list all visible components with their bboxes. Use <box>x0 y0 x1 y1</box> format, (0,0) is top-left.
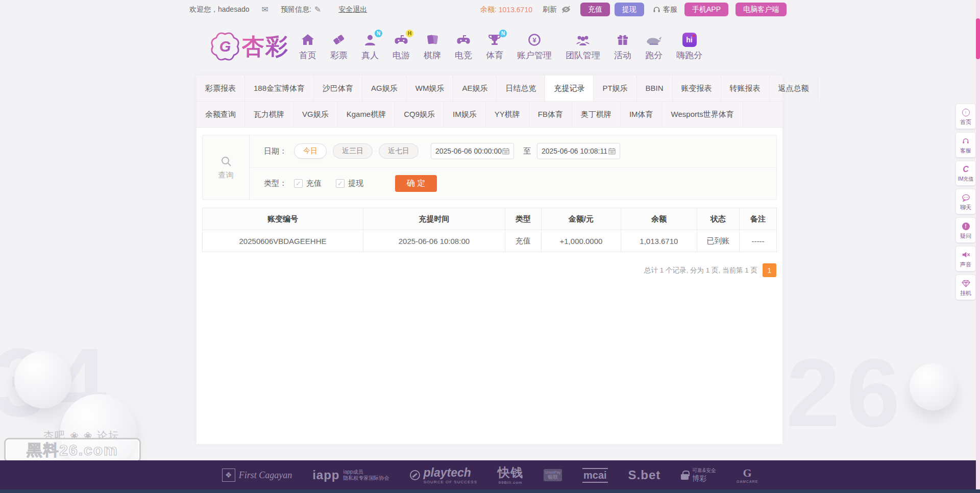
seal-icon: ❖ <box>222 469 235 482</box>
confirm-button[interactable]: 确 定 <box>395 175 437 192</box>
footer-logo-first-cagayan: ❖ First Cagayan <box>222 469 292 482</box>
welcome-text: 欢迎您，hadesado <box>189 5 250 14</box>
tab[interactable]: 沙巴体育 <box>314 76 362 101</box>
tab[interactable]: Wesports世界体育 <box>663 102 743 127</box>
nav-item-sports[interactable]: N 体育 <box>486 32 503 61</box>
to-label: 至 <box>523 146 531 156</box>
quick-today-button[interactable]: 今日 <box>294 143 327 159</box>
withdraw-button[interactable]: 提现 <box>615 3 644 16</box>
nav-item-lottery[interactable]: 彩票 <box>330 32 348 61</box>
pagination-summary: 总计 1 个记录, 分为 1 页, 当前第 1 页 <box>644 266 757 275</box>
nav-item-live[interactable]: N 真人 <box>361 32 379 61</box>
side-item-im-recharge[interactable]: C IM充值 <box>956 161 975 185</box>
refresh-button[interactable]: 刷新 <box>543 5 557 14</box>
tab-row-filler <box>743 102 782 127</box>
im-recharge-icon: C <box>963 165 969 174</box>
search-icon <box>220 155 232 167</box>
header-account-id: 账变编号 <box>203 208 363 230</box>
tab[interactable]: Kgame棋牌 <box>338 102 396 127</box>
tab[interactable]: IM娱乐 <box>444 102 486 127</box>
side-item-chat[interactable]: 聊天 <box>956 189 975 214</box>
tab-active-deposit-withdraw-records[interactable]: 充提记录 <box>545 76 594 101</box>
deposit-checkbox[interactable]: ✓ 充值 <box>294 179 322 188</box>
tab[interactable]: 奥丁棋牌 <box>572 102 621 127</box>
table-row: 20250606VBDAGEEHHE 2025-06-06 10:08:00 充… <box>203 230 777 252</box>
side-item-service[interactable]: 客服 <box>956 133 975 157</box>
deposit-button[interactable]: 充值 <box>580 3 610 16</box>
nav-item-account[interactable]: ¥ 账户管理 <box>517 32 552 61</box>
gem-icon <box>962 279 970 288</box>
tab[interactable]: CQ9娱乐 <box>395 102 444 127</box>
tab[interactable]: 转账报表 <box>721 76 770 101</box>
playtech-swirl-icon <box>410 470 420 480</box>
topbar: 欢迎您，hadesado ✉ 预留信息: ✎ 安全退出 余额: 1013.671… <box>189 0 787 19</box>
nav-item-hipaofen[interactable]: hi 嗨跑分 <box>676 32 702 61</box>
page-button-1[interactable]: 1 <box>763 263 776 277</box>
tab[interactable]: AE娱乐 <box>453 76 497 101</box>
tab[interactable]: 日结总览 <box>497 76 545 101</box>
logo-text: 杏彩 <box>242 32 289 62</box>
nav-item-chess[interactable]: 棋牌 <box>424 32 441 61</box>
cell-type: 充值 <box>505 230 541 252</box>
tab[interactable]: 瓦力棋牌 <box>245 102 293 127</box>
tab[interactable]: 188金宝博体育 <box>245 76 314 101</box>
mobile-app-button[interactable]: 手机APP <box>684 3 728 16</box>
cell-time: 2025-06-06 10:08:00 <box>363 230 505 252</box>
date-to-input[interactable]: 2025-06-06 10:08:11 <box>537 143 620 159</box>
footer-logo-gamcare: G GAMCARE <box>737 467 758 483</box>
headset-icon <box>962 136 970 145</box>
tab[interactable]: WM娱乐 <box>407 76 454 101</box>
gift-icon <box>615 32 631 48</box>
nav-item-egames[interactable]: H 电游 <box>393 32 410 61</box>
tab[interactable]: 余额查询 <box>197 102 245 127</box>
tab[interactable]: VG娱乐 <box>293 102 338 127</box>
question-icon: ! <box>962 223 970 230</box>
side-item-hangup[interactable]: 挂机 <box>956 275 975 300</box>
eye-off-icon[interactable] <box>561 6 571 13</box>
vertical-scrollbar-track[interactable] <box>976 0 980 493</box>
logout-link[interactable]: 安全退出 <box>338 5 367 14</box>
tab[interactable]: 账变报表 <box>673 76 721 101</box>
decor-number-right: 26 <box>786 337 906 448</box>
pc-client-button[interactable]: 电脑客户端 <box>736 3 787 16</box>
tab[interactable]: IM体育 <box>621 102 663 127</box>
footer-logo-iapp: iapp iapp成员 隐私权专家国际协会 <box>312 468 389 482</box>
nav-item-paofen[interactable]: 跑分 <box>645 32 663 61</box>
withdraw-checkbox[interactable]: ✓ 提现 <box>336 179 363 188</box>
cards-icon <box>424 32 440 48</box>
edit-icon[interactable]: ✎ <box>314 5 321 14</box>
header-type: 类型 <box>505 208 541 230</box>
svg-text:G: G <box>219 38 231 55</box>
date-from-input[interactable]: 2025-06-06 00:00:00 <box>431 143 514 159</box>
quick-3days-button[interactable]: 近三日 <box>333 143 373 159</box>
nav-item-promotions[interactable]: 活动 <box>614 32 631 61</box>
tab[interactable]: YY棋牌 <box>486 102 529 127</box>
table-header-row: 账变编号 充提时间 类型 金额/元 余额 状态 备注 <box>203 208 777 230</box>
side-item-home[interactable]: ↑ 首页 <box>956 104 975 129</box>
badge-n: N <box>375 30 382 37</box>
tab[interactable]: PT娱乐 <box>594 76 636 101</box>
tab[interactable]: FB体育 <box>529 102 572 127</box>
nav-item-esports[interactable]: 电竞 <box>455 32 472 61</box>
cell-remark: ----- <box>739 230 776 252</box>
tab[interactable]: AG娱乐 <box>362 76 407 101</box>
footer-logo-sbet: S.bet <box>628 468 661 482</box>
horizontal-scrollbar[interactable] <box>0 489 980 493</box>
tab[interactable]: 彩票报表 <box>197 76 245 101</box>
calendar-icon <box>502 147 509 155</box>
main-header: G 杏彩 首页 彩票 N 真人 H <box>210 21 702 71</box>
logo-flower-icon: G <box>210 32 240 61</box>
side-item-question[interactable]: ! 疑问 <box>956 218 975 242</box>
cell-account-id: 20250606VBDAGEEHHE <box>203 230 363 252</box>
mail-icon[interactable]: ✉ <box>262 5 268 14</box>
nav-item-team[interactable]: 团队管理 <box>566 32 600 61</box>
site-logo[interactable]: G 杏彩 <box>210 32 289 62</box>
vertical-scrollbar-thumb[interactable] <box>976 18 980 59</box>
customer-service-link[interactable]: 客服 <box>652 5 677 14</box>
tab[interactable]: 返点总额 <box>770 76 818 101</box>
side-item-sound[interactable]: 声音 <box>956 246 975 271</box>
nav-item-home[interactable]: 首页 <box>299 32 316 61</box>
quick-7days-button[interactable]: 近七日 <box>379 143 419 159</box>
tab[interactable]: BBIN <box>637 76 673 101</box>
cell-balance: 1,013.6710 <box>621 230 697 252</box>
